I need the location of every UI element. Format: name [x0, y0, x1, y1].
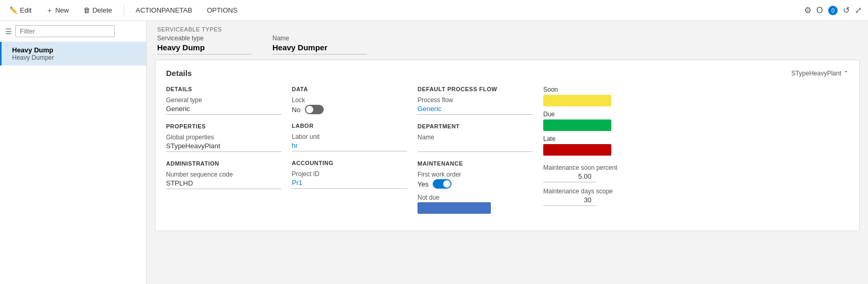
field-general-type: General type Generic — [166, 96, 281, 115]
chevron-up-icon: ⌃ — [843, 70, 849, 77]
breadcrumb-row: Serviceable type Heavy Dump Name Heavy D… — [157, 35, 858, 54]
toolbar: ✏️ Edit ＋ New 🗑 Delete ACTIONPANETAB OPT… — [0, 0, 868, 21]
new-label: New — [55, 6, 69, 14]
col1: DETAILS General type Generic PROPERTIES … — [166, 86, 281, 222]
project-id-value: Pr1 — [292, 179, 407, 189]
col2: DATA Lock No LA — [292, 86, 407, 222]
section-process-flow-title: DEFAULT PROCESS FLOW — [417, 86, 533, 92]
due-label: Due — [543, 111, 849, 118]
sidebar-filter-row: ☰ — [0, 21, 146, 42]
expand-icon[interactable]: ⤢ — [855, 5, 862, 15]
field-process-flow: Process flow Generic — [417, 96, 533, 115]
edit-label: Edit — [20, 6, 31, 14]
general-type-value: Generic — [166, 105, 281, 115]
section-maintenance: MAINTENANCE First work order Yes N — [417, 160, 533, 214]
field-not-due: Not due — [417, 194, 533, 214]
edit-icon: ✏️ — [9, 6, 18, 14]
filter-input[interactable] — [15, 25, 115, 37]
lock-toggle-knob — [306, 106, 313, 113]
section-administration: ADMINISTRATION Number sequence code STPL… — [166, 160, 281, 189]
section-department: DEPARTMENT Name — [417, 123, 533, 152]
options-button[interactable]: OPTIONS — [204, 4, 241, 16]
number-seq-value: STPLHD — [166, 179, 281, 189]
section-administration-title: ADMINISTRATION — [166, 160, 281, 167]
refresh-icon[interactable]: ↺ — [843, 5, 850, 15]
section-department-title: DEPARTMENT — [417, 123, 533, 129]
office-icon[interactable]: O — [817, 6, 823, 15]
global-properties-value: STypeHeavyPlant — [166, 142, 281, 152]
details-card-header: Details STypeHeavyPlant ⌃ — [166, 69, 849, 78]
delete-button[interactable]: 🗑 Delete — [80, 4, 115, 16]
content-header: SERVICEABLE TYPES Serviceable type Heavy… — [147, 21, 868, 54]
maint-days-scope-value: 30 — [543, 196, 596, 206]
section-labor-title: LABOR — [292, 123, 407, 129]
breadcrumb-underline-1 — [157, 54, 251, 54]
col3: DEFAULT PROCESS FLOW Process flow Generi… — [417, 86, 533, 222]
breadcrumb-label: SERVICEABLE TYPES — [157, 26, 858, 32]
field-first-work-order: First work order Yes — [417, 171, 533, 189]
main-layout: ☰ Heavy Dump Heavy Dumper SERVICEABLE TY… — [0, 21, 868, 284]
due-color-bar — [543, 119, 611, 131]
delete-label: Delete — [92, 6, 112, 14]
details-title: Details — [166, 69, 192, 78]
field-number-seq: Number sequence code STPLHD — [166, 171, 281, 189]
field-maint-soon-percent: Maintenance soon percent 5.00 — [543, 164, 849, 182]
maint-soon-percent-value: 5.00 — [543, 172, 596, 182]
new-button[interactable]: ＋ New — [43, 4, 72, 17]
delete-icon: 🗑 — [83, 6, 90, 14]
collapse-label: STypeHeavyPlant — [792, 70, 841, 77]
not-due-label: Not due — [417, 194, 533, 201]
breadcrumb-serviceable-header: Serviceable type — [157, 35, 251, 43]
project-id-label: Project ID — [292, 170, 407, 178]
breadcrumb-col-name: Name Heavy Dumper — [272, 35, 367, 54]
first-work-order-label: First work order — [417, 171, 533, 178]
general-type-label: General type — [166, 96, 281, 104]
process-flow-value: Generic — [417, 105, 533, 115]
notification-icon[interactable]: 0 — [828, 6, 838, 15]
actionpanetab-label: ACTIONPANETAB — [136, 6, 192, 14]
field-labor-unit: Labor unit hr — [292, 133, 407, 151]
breadcrumb-underline-2 — [272, 54, 367, 54]
maint-days-scope-label: Maintenance days scope — [543, 188, 849, 195]
global-properties-label: Global properties — [166, 134, 281, 141]
dept-name-label: Name — [417, 134, 533, 141]
breadcrumb-serviceable-value: Heavy Dump — [157, 43, 251, 54]
new-icon: ＋ — [46, 6, 53, 15]
details-card: Details STypeHeavyPlant ⌃ DETAILS Genera… — [155, 60, 860, 231]
field-project-id: Project ID Pr1 — [292, 170, 407, 189]
col4: Soon Due Late Maintenance — [543, 86, 849, 222]
lock-toggle[interactable] — [305, 105, 324, 114]
sidebar: ☰ Heavy Dump Heavy Dumper — [0, 21, 147, 284]
section-process-flow: DEFAULT PROCESS FLOW Process flow Generi… — [417, 86, 533, 115]
sidebar-items: Heavy Dump Heavy Dumper — [0, 42, 146, 284]
section-maintenance-title: MAINTENANCE — [417, 160, 533, 167]
section-accounting-title: ACCOUNTING — [292, 160, 407, 166]
color-bar-late-row: Late — [543, 135, 849, 156]
first-work-order-toggle-knob — [443, 180, 451, 188]
soon-color-bar — [543, 95, 611, 106]
section-details: DETAILS General type Generic — [166, 86, 281, 115]
first-work-order-toggle[interactable] — [433, 179, 452, 189]
options-label: OPTIONS — [207, 6, 238, 14]
settings-icon[interactable]: ⚙ — [804, 5, 811, 15]
details-grid: DETAILS General type Generic PROPERTIES … — [166, 86, 849, 222]
filter-toggle-button[interactable]: ☰ — [5, 27, 12, 36]
not-due-color-bar — [417, 202, 491, 214]
soon-label: Soon — [543, 86, 849, 93]
content-area: SERVICEABLE TYPES Serviceable type Heavy… — [147, 21, 868, 284]
toolbar-separator — [124, 5, 124, 16]
toolbar-right: ⚙ O 0 ↺ ⤢ — [804, 5, 862, 15]
collapse-button[interactable]: STypeHeavyPlant ⌃ — [792, 70, 849, 77]
process-flow-label: Process flow — [417, 96, 533, 104]
section-details-title: DETAILS — [166, 86, 281, 92]
breadcrumb-col-serviceable: Serviceable type Heavy Dump — [157, 35, 251, 54]
section-properties: PROPERTIES Global properties STypeHeavyP… — [166, 123, 281, 152]
lock-label: Lock — [292, 96, 407, 104]
field-maint-days-scope: Maintenance days scope 30 — [543, 188, 849, 206]
section-labor: LABOR Labor unit hr — [292, 123, 407, 151]
edit-button[interactable]: ✏️ Edit — [6, 4, 35, 16]
section-data: DATA Lock No — [292, 86, 407, 114]
lock-value: No — [292, 106, 301, 114]
actionpanetab-button[interactable]: ACTIONPANETAB — [133, 4, 195, 16]
sidebar-item-heavy-dump[interactable]: Heavy Dump Heavy Dumper — [0, 42, 146, 65]
